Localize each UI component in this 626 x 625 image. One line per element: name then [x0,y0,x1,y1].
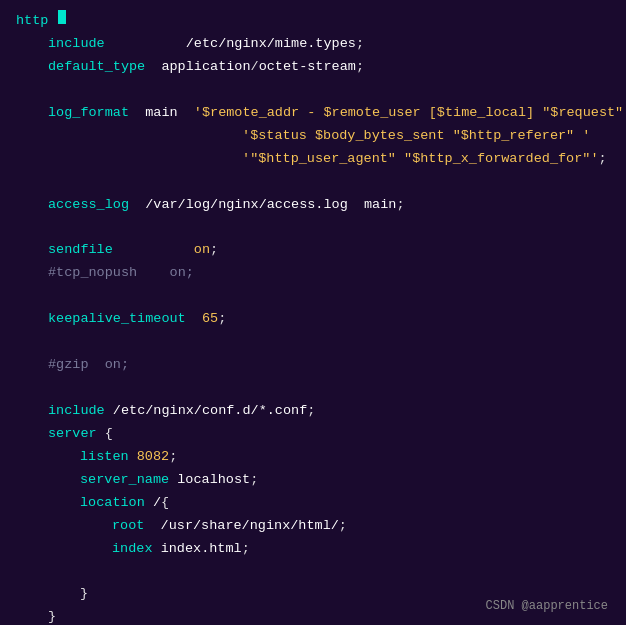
line-access-log: access_log /var/log/nginx/access.log mai… [0,194,626,217]
value-localhost: localhost [177,469,250,492]
line-listen: listen 8082; [0,446,626,469]
line-blank-5 [0,331,626,354]
line-blank-3 [0,216,626,239]
line-server-name: server_name localhost; [0,469,626,492]
line-blank-2 [0,171,626,194]
directive-server-name: server_name [80,469,169,492]
line-default-type: default_type application/octet-stream; [0,56,626,79]
directive-index: index [112,538,153,561]
value-access-log-path: /var/log/nginx/access.log [145,194,348,217]
line-blank-1 [0,79,626,102]
close-brace-location: } [80,583,88,606]
line-server-open: server { [0,423,626,446]
str-log-2: '$status $body_bytes_sent "$http_referer… [242,125,590,148]
open-brace-server: { [105,423,113,446]
line-blank-4 [0,285,626,308]
value-65: 65 [202,308,218,331]
line-blank-6 [0,377,626,400]
value-8082: 8082 [137,446,169,469]
directive-sendfile: sendfile [48,239,113,262]
directive-access-log: access_log [48,194,129,217]
line-sendfile: sendfile on; [0,239,626,262]
str-log-3: '"$http_user_agent" "$http_x_forwarded_f… [242,148,598,171]
watermark: CSDN @aapprentice [486,599,608,613]
value-location-path: / [153,492,161,515]
value-root-path: /usr/share/nginx/html/ [161,515,339,538]
line-log-format-2: '$status $body_bytes_sent "$http_referer… [0,125,626,148]
keyword-server: server [48,423,97,446]
value-on-1: on [194,239,210,262]
line-keepalive: keepalive_timeout 65; [0,308,626,331]
line-http: http [0,10,626,33]
line-location: location /{ [0,492,626,515]
cursor [58,10,66,24]
line-index: index index.html; [0,538,626,561]
value-main: main [145,102,177,125]
keyword-location: location [80,492,145,515]
line-include-conf: include /etc/nginx/conf.d/*.conf; [0,400,626,423]
str-log-1: '$remote_addr - $remote_user [$time_loca… [194,102,626,125]
value-mime-path: /etc/nginx/mime.types [186,33,356,56]
line-log-format-1: log_format main '$remote_addr - $remote_… [0,102,626,125]
directive-log-format: log_format [48,102,129,125]
value-on-comment: on; [170,262,194,285]
line-include-mime: include /etc/nginx/mime.types; [0,33,626,56]
close-brace-server: } [48,606,56,625]
comment-gzip: #gzip [48,354,89,377]
value-main-2: main [364,194,396,217]
line-tcp-nopush: #tcp_nopush on; [0,262,626,285]
directive-default-type: default_type [48,56,145,79]
keyword-http: http [16,10,48,33]
line-log-format-3: '"$http_user_agent" "$http_x_forwarded_f… [0,148,626,171]
directive-include-2: include [48,400,105,423]
value-conf-path: /etc/nginx/conf.d/*.conf [113,400,307,423]
comment-tcp: #tcp_nopush [48,262,137,285]
line-root: root /usr/share/nginx/html/; [0,515,626,538]
directive-keepalive: keepalive_timeout [48,308,186,331]
line-gzip: #gzip on; [0,354,626,377]
value-octet: application [161,56,250,79]
directive-listen: listen [80,446,129,469]
directive-root: root [112,515,144,538]
value-index-file: index.html [161,538,242,561]
open-brace-location: { [161,492,169,515]
line-blank-7 [0,561,626,584]
value-gzip-on: on; [105,354,129,377]
code-editor: http include /etc/nginx/mime.types; defa… [0,0,626,625]
directive-include: include [48,33,105,56]
